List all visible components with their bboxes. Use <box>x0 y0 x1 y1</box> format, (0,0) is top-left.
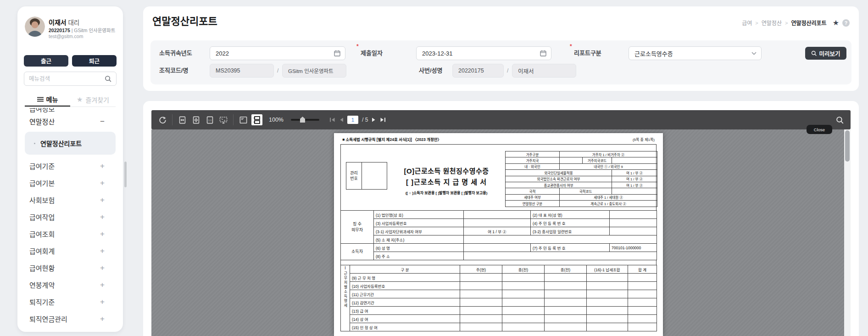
expand-icon[interactable]: + <box>100 280 105 290</box>
report-type-select[interactable]: 근로소득영수증 <box>629 46 762 60</box>
submit-date-label: 제출일자 <box>361 46 383 60</box>
menu-section-4[interactable]: 급여조회+ <box>25 225 116 242</box>
income-year-input[interactable]: 2022 <box>210 46 345 60</box>
menu-label: 퇴직연금관리 <box>29 314 67 324</box>
slash-separator: / <box>507 64 508 78</box>
doc-management-number-label: 관리 번호 <box>346 162 362 189</box>
page-number-input[interactable]: 1 <box>347 116 358 124</box>
doc-resident-number-value: 700101-1000000 <box>610 244 657 252</box>
breadcrumb-level2[interactable]: 연말정산 <box>762 19 782 27</box>
doc-residency-info-table: 거주구분거주자 1 / 비거주자 ② 거주지국거주지국코드 내 · 외국인내국인… <box>505 151 657 207</box>
expand-icon[interactable]: + <box>100 179 105 188</box>
menu-section-9[interactable]: 퇴직연금관리+ <box>25 310 116 327</box>
zoom-slider-thumb[interactable] <box>300 117 305 123</box>
document-page: ■ 소득세법 시행규칙 [별지 제24호 서식(1)] 〈2023 개정안〉 (… <box>334 133 663 336</box>
expand-icon[interactable]: + <box>100 246 105 256</box>
income-year-value: 2022 <box>216 50 334 57</box>
close-button[interactable]: Close <box>807 125 832 134</box>
sidebar-scrollbar[interactable] <box>124 162 127 187</box>
user-employee-no: 20220175 <box>49 28 70 33</box>
menu-label: 급여현황 <box>29 263 55 273</box>
calendar-icon[interactable] <box>540 50 546 56</box>
expand-icon[interactable]: + <box>100 213 105 222</box>
doc-body: 관리 번호 [O]근로소득 원천징수영수증 [ ]근로소득 지 급 명 세 서 … <box>340 144 657 331</box>
clock-in-button[interactable]: 출근 <box>24 55 68 67</box>
menu-section-1[interactable]: 급여기본+ <box>25 174 116 191</box>
doc-page-indicator: (5쪽 중 제1쪽) <box>633 137 655 142</box>
document-search-icon[interactable] <box>834 114 845 125</box>
breadcrumb-separator: > <box>755 20 758 26</box>
page-title: 연말정산리포트 <box>152 13 217 28</box>
tab-menu[interactable]: 메뉴 <box>25 93 70 106</box>
page-total: / 5 <box>362 117 368 123</box>
org-label: 조직코드/명 <box>159 64 188 78</box>
user-title: 대리 <box>68 19 79 26</box>
viewer-scrollbar[interactable] <box>844 129 851 336</box>
submit-date-input[interactable]: 2023-12-31 <box>416 46 551 60</box>
app-root: 이재서 대리 20220175 | GSitm 인사운영파트 test@gsit… <box>0 0 868 336</box>
menu-section-6[interactable]: 급여현황+ <box>25 259 116 276</box>
menu-section-yearend-label: 연말정산 <box>29 117 55 126</box>
next-page-icon[interactable] <box>372 117 376 123</box>
menu-section-0[interactable]: 급여기준+ <box>25 157 116 174</box>
single-page-view-icon[interactable] <box>238 114 249 125</box>
zoom-slider[interactable] <box>291 119 319 121</box>
tab-favorites[interactable]: ★ 즐겨찾기 <box>70 93 116 106</box>
menu-section-2[interactable]: 사회보험+ <box>25 191 116 208</box>
expand-icon[interactable]: + <box>100 230 105 239</box>
user-name: 이재서 대리 <box>49 17 79 27</box>
pdf-viewer-area[interactable]: ■ 소득세법 시행규칙 [별지 제24호 서식(1)] 〈2023 개정안〉 (… <box>151 129 851 336</box>
avatar <box>25 17 45 37</box>
menu-section-yearend[interactable]: 연말정산 − <box>25 113 116 130</box>
doc-title-line2: [ ]근로소득 지 급 명 세 서 <box>387 177 506 186</box>
menu-section-7[interactable]: 연봉계약+ <box>25 276 116 293</box>
actual-size-icon[interactable]: 1:1 <box>204 114 215 125</box>
menu-section-3[interactable]: 급여작업+ <box>25 208 116 225</box>
slash-separator: / <box>277 64 278 78</box>
user-name-text: 이재서 <box>49 19 67 26</box>
doc-title-section: 관리 번호 [O]근로소득 원천징수영수증 [ ]근로소득 지 급 명 세 서 … <box>340 144 657 210</box>
doc-section-vertical-label: Ⅰ근무처별소득명세 <box>341 265 350 331</box>
expand-icon[interactable]: + <box>100 196 105 205</box>
sidebar-item-yearend-report[interactable]: 연말정산리포트 <box>25 132 116 155</box>
clock-out-button[interactable]: 퇴근 <box>72 55 117 67</box>
toolbar-divider <box>233 114 234 125</box>
favorite-star-icon[interactable]: ★ <box>833 18 839 27</box>
hamburger-icon <box>37 97 44 102</box>
org-name-field: GSitm 인사운영파트 <box>282 64 346 78</box>
last-page-icon[interactable] <box>380 117 386 123</box>
menu-search-input[interactable] <box>29 76 105 82</box>
menu-label: 급여조회 <box>29 229 55 239</box>
expand-icon[interactable]: + <box>100 314 105 324</box>
fit-screen-icon[interactable] <box>218 114 229 125</box>
report-viewer-card: 1:1 100% 1 / 5 <box>143 101 859 336</box>
report-type-label: 리포트구분 <box>574 46 601 60</box>
menu-search[interactable] <box>24 72 117 86</box>
previous-page-icon[interactable] <box>339 117 344 123</box>
breadcrumb: 급여 > 연말정산 > 연말정산리포트 ★ ? <box>742 18 850 27</box>
header-card: 연말정산리포트 급여 > 연말정산 > 연말정산리포트 ★ ? 소득귀속년도 2… <box>143 6 859 91</box>
income-year-label: 소득귀속년도 <box>159 46 192 60</box>
preview-button[interactable]: 미리보기 <box>805 47 846 60</box>
menu-section-8[interactable]: 퇴직기준+ <box>25 293 116 310</box>
menu-item-clipped-label: 급여정보 <box>25 108 116 113</box>
star-icon: ★ <box>77 95 83 104</box>
menu-item-clipped[interactable]: 급여정보 <box>25 108 116 113</box>
submit-date-value: 2023-12-31 <box>422 50 540 57</box>
menu-section-5[interactable]: 급여회계+ <box>25 242 116 259</box>
rotate-icon[interactable] <box>157 114 168 125</box>
continuous-view-icon[interactable] <box>251 114 262 125</box>
fit-page-icon[interactable] <box>190 114 201 125</box>
expand-icon[interactable]: + <box>100 263 105 273</box>
expand-icon[interactable]: + <box>100 162 105 171</box>
calendar-icon[interactable] <box>334 50 340 56</box>
svg-text:1:1: 1:1 <box>208 118 211 121</box>
first-page-icon[interactable] <box>329 117 335 123</box>
fit-width-icon[interactable] <box>177 114 188 125</box>
sidebar-item-yearend-report-label: 연말정산리포트 <box>40 139 82 148</box>
breadcrumb-level1[interactable]: 급여 <box>742 19 752 27</box>
expand-icon[interactable]: + <box>100 297 105 307</box>
collapse-icon[interactable]: − <box>100 117 105 126</box>
viewer-scrollbar-thumb[interactable] <box>845 130 850 162</box>
help-icon[interactable]: ? <box>842 19 850 27</box>
